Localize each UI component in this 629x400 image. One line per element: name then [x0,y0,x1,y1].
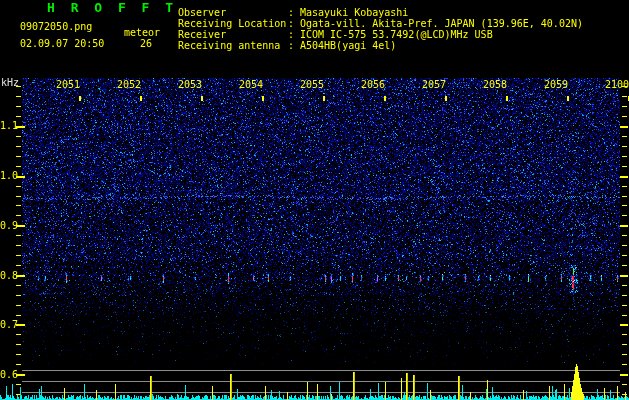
mode-label: meteor [124,27,160,38]
info-row-location: Receiving Location:Ogata-vill. Akita-Pre… [178,18,583,29]
info-row-observer: Observer:Masayuki Kobayashi [178,7,583,18]
freq-tick-label: 0.9 [0,220,18,231]
time-tick-label: 2052 [117,79,141,90]
info-row-receiver: Receiver:ICOM IC-575 53.7492(@LCD)MHz US… [178,29,583,40]
datetime-label: 02.09.07 20:50 [20,38,104,49]
freq-tick-label: 0.7 [0,319,18,330]
time-tick-label: 2051 [56,79,80,90]
freq-tick-label: 0.8 [0,270,18,281]
info-value: A504HB(yagi 4el) [300,40,396,51]
filename-label: 09072050.png [20,21,92,32]
spectrogram-canvas [0,0,629,400]
info-row-antenna: Receiving antenna:A504HB(yagi 4el) [178,40,583,51]
time-tick-label: 2058 [483,79,507,90]
info-separator: : [288,18,300,29]
info-separator: : [288,29,300,40]
time-tick-label: 2056 [361,79,385,90]
meteor-count: 26 [140,38,152,49]
info-label: Observer [178,7,288,18]
info-value: Masayuki Kobayashi [300,7,408,18]
info-value: ICOM IC-575 53.7492(@LCD)MHz USB [300,29,493,40]
time-tick-label: 2053 [178,79,202,90]
time-tick-label: 2100 [605,79,629,90]
station-info: Observer:Masayuki Kobayashi Receiving Lo… [178,7,583,51]
time-tick-label: 2057 [422,79,446,90]
info-label: Receiving antenna [178,40,288,51]
info-label: Receiver [178,29,288,40]
freq-unit-label: kHz [1,77,19,88]
app-title: H R O F F T [47,2,177,13]
info-separator: : [288,7,300,18]
freq-tick-label: 1.1 [0,120,18,131]
time-tick-label: 2055 [300,79,324,90]
info-separator: : [288,40,300,51]
info-label: Receiving Location [178,18,288,29]
time-tick-label: 2054 [239,79,263,90]
hrofft-screen: H R O F F T 09072050.png meteor 02.09.07… [0,0,629,400]
info-value: Ogata-vill. Akita-Pref. JAPAN (139.96E, … [300,18,583,29]
freq-tick-label: 1.0 [0,170,18,181]
time-tick-label: 2059 [544,79,568,90]
freq-tick-label: 0.6 [0,369,18,380]
